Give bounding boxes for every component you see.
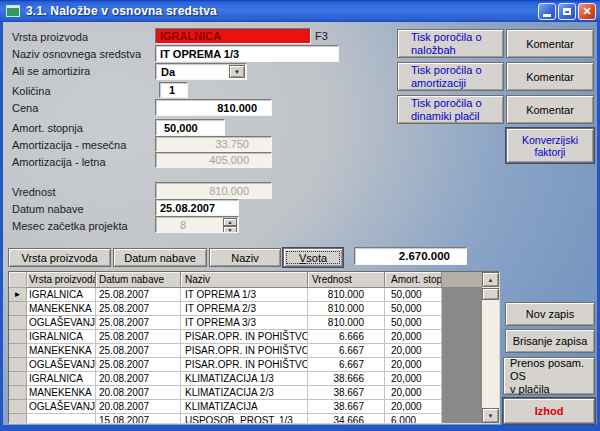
kolicina-label: Količina (12, 85, 51, 97)
table-row[interactable]: OGLAŠEVANJE 20.08.2007 KLIMATIZACIJA 38.… (9, 400, 499, 414)
komentar-amortizacija-button[interactable]: Komentar (506, 62, 594, 91)
amortizacija-mesecna-label: Amortizacija - mesečna (12, 139, 126, 151)
titlebar[interactable]: 3.1. Naložbe v osnovna sredstva ✕ (0, 0, 600, 22)
row-pointer-icon: ► (9, 288, 27, 302)
komentar-dinamika-button[interactable]: Komentar (506, 95, 594, 124)
row-selector (9, 316, 27, 330)
cena-label: Cena (12, 102, 38, 114)
cell-vrednost: 38.666 (308, 372, 385, 386)
cell-vrsta: IGRALNICA (27, 288, 96, 302)
cell-vrednost: 6.667 (308, 344, 385, 358)
cell-vrednost: 38.667 (308, 400, 385, 414)
sort-vrsta-proizvoda-button[interactable]: Vrsta proizvoda (8, 248, 111, 267)
cell-naziv: PISAR.OPR. IN POHIŠTVO 3/3 (181, 358, 308, 372)
komentar-nalozbe-button[interactable]: Komentar (506, 29, 594, 58)
amortizira-dropdown[interactable]: Da ▼ (155, 63, 247, 80)
header-filler (442, 272, 484, 288)
close-icon: ✕ (582, 5, 591, 18)
minimize-button[interactable] (538, 3, 556, 20)
table-row[interactable]: IGRALNICA 20.08.2007 KLIMATIZACIJA 1/3 3… (9, 372, 499, 386)
table-row[interactable]: OGLAŠEVANJE 25.08.2007 PISAR.OPR. IN POH… (9, 358, 499, 372)
row-selector (9, 400, 27, 414)
cell-vrsta (27, 414, 96, 424)
cell-vrsta: OGLAŠEVANJE (27, 400, 96, 414)
sort-datum-nabave-button[interactable]: Datum nabave (113, 248, 207, 267)
vrsta-proizvoda-field[interactable]: IGRALNICA (155, 28, 311, 44)
cell-vrednost: 38.667 (308, 386, 385, 400)
app-window: 3.1. Naložbe v osnovna sredstva ✕ Vrsta … (0, 0, 600, 431)
cell-datum: 25.08.2007 (96, 288, 181, 302)
tisk-porocila-amortizaciji-button[interactable]: Tisk poročila oamortizaciji (397, 62, 504, 91)
cell-datum: 25.08.2007 (96, 316, 181, 330)
header-amort[interactable]: Amort. stopn (385, 272, 442, 288)
cell-vrsta: IGRALNICA (27, 330, 96, 344)
cell-naziv: IT OPREMA 1/3 (181, 288, 308, 302)
naziv-sredstva-label: Naziv osnovnega sredstva (12, 48, 141, 60)
records-table: Vrsta proizvoda Datum nabave Naziv Vredn… (8, 271, 500, 424)
cell-datum: 20.08.2007 (96, 372, 181, 386)
cell-naziv: IT OPREMA 3/3 (181, 316, 308, 330)
total-sum-field: 2.670.000 (354, 247, 467, 265)
client-area: Vrsta proizvoda Naziv osnovnega sredstva… (3, 22, 597, 425)
cell-naziv: PISAR.OPR. IN POHIŠTVO 1/3 (181, 330, 308, 344)
row-selector (9, 344, 27, 358)
mesec-zacetka-field: 8 ▲ ▼ (155, 216, 239, 233)
table-row[interactable]: MANEKENKA 25.08.2007 IT OPREMA 2/3 810.0… (9, 302, 499, 316)
cell-amort: 20,000 (385, 358, 442, 372)
row-selector (9, 302, 27, 316)
cell-naziv: PISAR.OPR. IN POHIŠTVO 2/3 (181, 344, 308, 358)
scrollbar-thumb[interactable] (482, 288, 499, 300)
cell-amort: 20,000 (385, 330, 442, 344)
header-vrsta[interactable]: Vrsta proizvoda (27, 272, 96, 288)
tisk-porocila-dinamiki-button[interactable]: Tisk poročila odinamiki plačil (397, 95, 504, 124)
brisanje-zapisa-button[interactable]: Brisanje zapisa (505, 329, 595, 353)
table-row[interactable]: MANEKENKA 20.08.2007 KLIMATIZACIJA 2/3 3… (9, 386, 499, 400)
spinner-up-icon[interactable]: ▲ (223, 218, 237, 226)
close-button[interactable]: ✕ (578, 3, 596, 20)
table-row[interactable]: IGRALNICA 25.08.2007 PISAR.OPR. IN POHIŠ… (9, 330, 499, 344)
datum-nabave-input[interactable]: 25.08.2007 (155, 199, 239, 216)
mesec-value: 8 (180, 219, 186, 231)
spinner-down-icon[interactable]: ▼ (223, 226, 237, 233)
izhod-button[interactable]: Izhod (503, 398, 595, 424)
cell-naziv: KLIMATIZACIJA 2/3 (181, 386, 308, 400)
kolicina-input[interactable]: 1 (159, 82, 188, 98)
mesec-zacetka-label: Mesec začetka projekta (12, 220, 128, 232)
row-selector (9, 358, 27, 372)
vsota-button[interactable]: Vsota (283, 248, 343, 267)
table-row[interactable]: 15.08.2007 USPOSOB. PROST. 1/3 34.666 6,… (9, 414, 499, 424)
header-naziv[interactable]: Naziv (181, 272, 308, 288)
cell-amort: 50,000 (385, 302, 442, 316)
konverzijski-faktorji-button[interactable]: Konverzijski faktorji (506, 128, 594, 163)
cell-datum: 25.08.2007 (96, 302, 181, 316)
cell-vrednost: 6.667 (308, 358, 385, 372)
amortizira-value: Da (161, 66, 175, 78)
scroll-up-icon[interactable]: ▲ (482, 272, 499, 287)
tisk-porocila-nalozbah-button[interactable]: Tisk poročila onaložbah (397, 29, 504, 58)
cena-input[interactable]: 810.000 (155, 99, 272, 116)
header-vrednost[interactable]: Vrednost (308, 272, 385, 288)
mesec-spinner[interactable]: ▲ ▼ (223, 218, 237, 231)
chevron-down-icon[interactable]: ▼ (229, 65, 245, 78)
cell-vrsta: IGRALNICA (27, 372, 96, 386)
header-datum[interactable]: Datum nabave (96, 272, 181, 288)
table-scrollbar[interactable]: ▲ ▼ (482, 272, 499, 423)
maximize-button[interactable] (558, 3, 576, 20)
sort-naziv-button[interactable]: Naziv (209, 248, 281, 267)
cell-vrednost: 34.666 (308, 414, 385, 424)
nov-zapis-button[interactable]: Nov zapis (505, 302, 595, 326)
cell-vrednost: 6.666 (308, 330, 385, 344)
vrsta-proizvoda-label: Vrsta proizvoda (12, 31, 88, 43)
amort-stopnja-label: Amort. stopnja (12, 122, 83, 134)
cell-datum: 20.08.2007 (96, 386, 181, 400)
table-row[interactable]: ► IGRALNICA 25.08.2007 IT OPREMA 1/3 810… (9, 288, 499, 302)
scroll-down-icon[interactable]: ▼ (482, 408, 499, 423)
amort-stopnja-input[interactable]: 50,000 (155, 119, 225, 136)
table-row[interactable]: MANEKENKA 25.08.2007 PISAR.OPR. IN POHIŠ… (9, 344, 499, 358)
naziv-sredstva-input[interactable]: IT OPREMA 1/3 (155, 45, 339, 62)
prenos-os-button[interactable]: Prenos posam. OSv plačila (503, 357, 595, 395)
table-row[interactable]: OGLAŠEVANJE 25.08.2007 IT OPREMA 3/3 810… (9, 316, 499, 330)
cell-vrsta: MANEKENKA (27, 344, 96, 358)
cell-amort: 20,000 (385, 400, 442, 414)
cell-amort: 20,000 (385, 372, 442, 386)
